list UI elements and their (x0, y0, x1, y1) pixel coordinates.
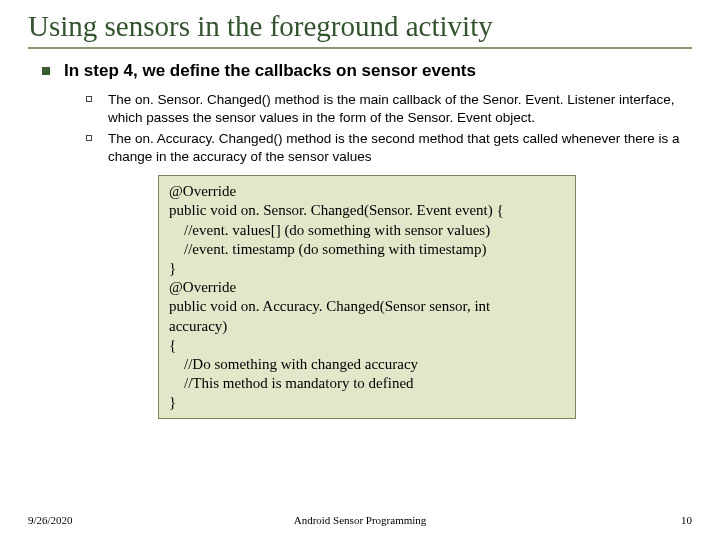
hollow-square-bullet-icon (86, 135, 92, 141)
code-line: } (169, 259, 565, 278)
code-line: public void on. Accuracy. Changed(Sensor… (169, 297, 565, 316)
code-line: //event. timestamp (do something with ti… (169, 240, 565, 259)
code-line: //event. values[] (do something with sen… (169, 221, 565, 240)
code-line: accuracy) (169, 317, 565, 336)
footer: 9/26/2020 Android Sensor Programming 10 (28, 514, 692, 526)
footer-title: Android Sensor Programming (294, 514, 427, 526)
square-bullet-icon (42, 67, 50, 75)
code-line: //Do something with changed accuracy (169, 355, 565, 374)
level2-text: The on. Accuracy. Changed() method is th… (108, 130, 692, 165)
code-line: @Override (169, 182, 565, 201)
page-number: 10 (681, 514, 692, 526)
bullet-level1: In step 4, we define the callbacks on se… (42, 61, 692, 81)
code-line: //This method is mandatory to defined (169, 374, 565, 393)
code-line: public void on. Sensor. Changed(Sensor. … (169, 201, 565, 220)
slide-title: Using sensors in the foreground activity (28, 10, 692, 43)
bullet-level2: The on. Sensor. Changed() method is the … (86, 91, 692, 126)
footer-date: 9/26/2020 (28, 514, 73, 526)
slide: Using sensors in the foreground activity… (0, 0, 720, 540)
level1-text: In step 4, we define the callbacks on se… (64, 61, 476, 81)
title-underline (28, 47, 692, 49)
code-line: } (169, 393, 565, 412)
level2-text: The on. Sensor. Changed() method is the … (108, 91, 692, 126)
code-block: @Override public void on. Sensor. Change… (158, 175, 576, 419)
hollow-square-bullet-icon (86, 96, 92, 102)
bullet-level2: The on. Accuracy. Changed() method is th… (86, 130, 692, 165)
code-line: { (169, 336, 565, 355)
code-line: @Override (169, 278, 565, 297)
